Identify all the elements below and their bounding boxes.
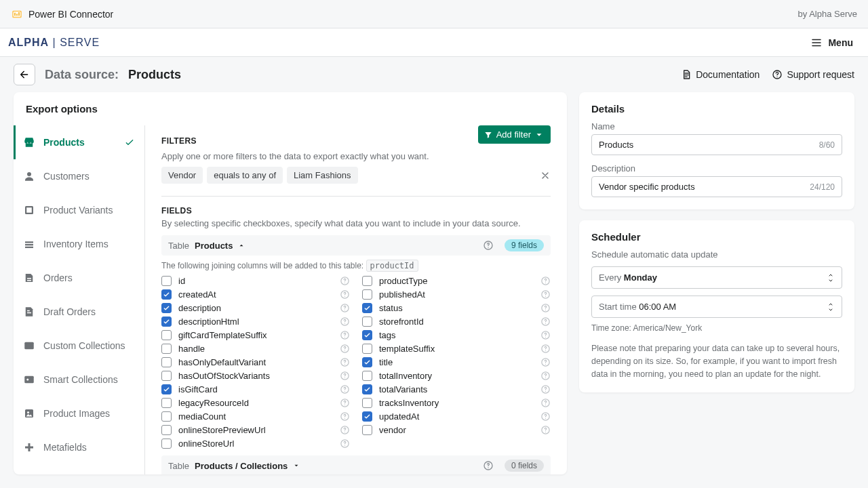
- field-help-icon[interactable]: [540, 411, 551, 422]
- field-help-icon[interactable]: [540, 425, 551, 435]
- sidebar-item-product-images[interactable]: Product Images: [14, 396, 144, 430]
- field-checkbox[interactable]: [161, 357, 172, 367]
- sidebar-item-product-variants[interactable]: Product Variants: [14, 193, 144, 227]
- field-help-icon[interactable]: [540, 303, 551, 313]
- field-checkbox[interactable]: [161, 398, 172, 408]
- field-checkbox[interactable]: [362, 371, 372, 381]
- field-help-icon[interactable]: [340, 371, 350, 381]
- field-checkbox[interactable]: [362, 411, 372, 422]
- filter-chip[interactable]: Vendor: [161, 167, 203, 184]
- table-help-icon[interactable]: [483, 460, 494, 471]
- breadcrumb-value: Products: [128, 68, 181, 82]
- field-help-icon[interactable]: [540, 317, 551, 327]
- field-label: onlineStoreUrl: [178, 439, 234, 449]
- table-bar-products[interactable]: Table Products 9 fields: [161, 235, 551, 256]
- details-desc-input[interactable]: Vendor specific products 24/120: [591, 176, 842, 197]
- field-help-icon[interactable]: [340, 344, 350, 354]
- field-checkbox[interactable]: [161, 384, 172, 394]
- table-bar-sub[interactable]: TableProducts / Collections0 fields: [161, 455, 551, 474]
- field-help-icon[interactable]: [340, 357, 350, 367]
- field-checkbox[interactable]: [362, 357, 372, 367]
- field-label: status: [379, 303, 403, 313]
- field-checkbox[interactable]: [161, 371, 172, 381]
- back-button[interactable]: [14, 64, 35, 85]
- field-checkbox[interactable]: [161, 317, 172, 327]
- field-checkbox[interactable]: [161, 330, 172, 340]
- sidebar-item-metafields[interactable]: Metafields: [14, 430, 144, 464]
- field-checkbox[interactable]: [362, 330, 372, 340]
- add-filter-button[interactable]: Add filter: [478, 125, 551, 144]
- svg-point-58: [344, 418, 345, 419]
- documentation-link[interactable]: Documentation: [681, 69, 760, 80]
- filter-chip[interactable]: Liam Fashions: [287, 167, 358, 184]
- field-help-icon[interactable]: [340, 384, 350, 394]
- filters-header: FILTERS Apply one or more filters to the…: [161, 125, 551, 161]
- menu-button[interactable]: Menu: [804, 33, 860, 53]
- field-help-icon[interactable]: [540, 398, 551, 408]
- field-help-icon[interactable]: [340, 317, 350, 327]
- field-help-icon[interactable]: [340, 439, 350, 449]
- field-help-icon[interactable]: [340, 425, 350, 435]
- field-checkbox[interactable]: [161, 439, 172, 449]
- table-help-icon[interactable]: [483, 240, 494, 251]
- field-help-icon[interactable]: [540, 276, 551, 286]
- svg-point-56: [545, 405, 546, 405]
- field-checkbox[interactable]: [161, 303, 172, 313]
- schedule-frequency-select[interactable]: Every Monday: [591, 266, 842, 289]
- sidebar-item-orders[interactable]: Orders: [14, 261, 144, 295]
- field-checkbox[interactable]: [161, 289, 172, 300]
- svg-point-60: [545, 418, 546, 419]
- fields-desc: By selecting specific checkboxes, specif…: [161, 218, 551, 228]
- field-help-icon[interactable]: [340, 398, 350, 408]
- svg-rect-4: [18, 12, 20, 16]
- field-help-icon[interactable]: [340, 276, 350, 286]
- joining-note: The following joining columns will be ad…: [161, 261, 551, 270]
- field-help-icon[interactable]: [540, 289, 551, 300]
- field-help-icon[interactable]: [340, 411, 350, 422]
- field-help-icon[interactable]: [540, 344, 551, 354]
- sidebar-item-inventory-items[interactable]: Inventory Items: [14, 227, 144, 261]
- svg-point-28: [545, 310, 546, 310]
- field-checkbox[interactable]: [362, 289, 372, 300]
- svg-point-18: [344, 283, 345, 283]
- sidebar-item-products[interactable]: Products: [14, 125, 144, 159]
- document-icon: [681, 69, 692, 80]
- remove-filter-icon[interactable]: [540, 170, 551, 181]
- field-label: tags: [379, 330, 396, 340]
- field-help-icon[interactable]: [540, 384, 551, 394]
- field-checkbox[interactable]: [362, 317, 372, 327]
- sidebar-item-smart-collections[interactable]: Smart Collections: [14, 363, 144, 396]
- field-checkbox[interactable]: [161, 344, 172, 354]
- field-help-icon[interactable]: [540, 357, 551, 367]
- field-checkbox[interactable]: [161, 411, 172, 422]
- field-checkbox[interactable]: [362, 398, 372, 408]
- field-checkbox[interactable]: [362, 384, 372, 394]
- schedule-time-select[interactable]: Start time 06:00 AM: [591, 296, 842, 318]
- field-checkbox[interactable]: [161, 276, 172, 286]
- field-checkbox[interactable]: [161, 425, 172, 435]
- field-checkbox[interactable]: [362, 303, 372, 313]
- topbar-title-wrap: Power BI Connector: [11, 8, 113, 20]
- field-help-icon[interactable]: [340, 303, 350, 313]
- field-help-icon[interactable]: [340, 289, 350, 300]
- filter-chip[interactable]: equals to any of: [207, 167, 283, 184]
- field-checkbox[interactable]: [362, 344, 372, 354]
- field-help-icon[interactable]: [340, 330, 350, 340]
- field-checkbox[interactable]: [362, 276, 372, 286]
- field-help-icon[interactable]: [540, 371, 551, 381]
- field-row: onlineStoreUrl: [161, 439, 350, 449]
- sidebar-item-draft-orders[interactable]: Draft Orders: [14, 295, 144, 329]
- sidebar-item-custom-collections[interactable]: Custom Collections: [14, 329, 144, 363]
- entity-icon: [23, 340, 35, 352]
- field-checkbox[interactable]: [362, 425, 372, 435]
- fields-count-badge: 9 fields: [505, 239, 544, 251]
- support-link[interactable]: Support request: [772, 69, 854, 80]
- field-help-icon[interactable]: [540, 330, 551, 340]
- sidebar-item-customers[interactable]: Customers: [14, 159, 144, 193]
- select-caret-icon: [827, 303, 835, 311]
- field-label: giftCardTemplateSuffix: [178, 330, 267, 340]
- field-label: storefrontId: [379, 317, 424, 327]
- scheduler-card: Scheduler Schedule automatic data update…: [579, 220, 854, 392]
- header-right: Documentation Support request: [681, 69, 854, 80]
- details-name-input[interactable]: Products 8/60: [591, 134, 842, 155]
